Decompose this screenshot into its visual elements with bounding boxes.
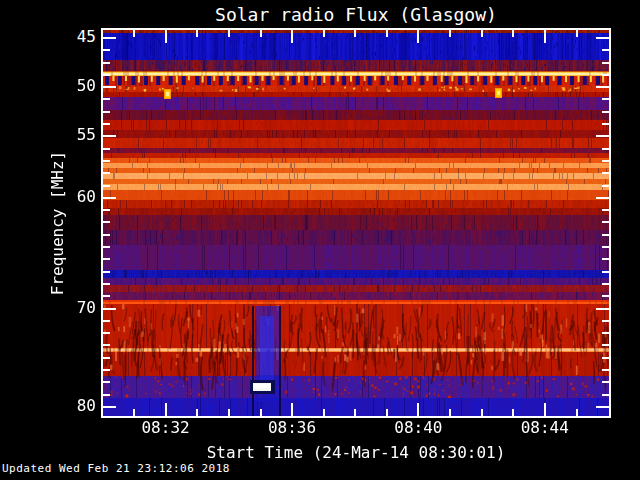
y-tick-label: 55 bbox=[56, 127, 96, 143]
y-axis-label: Frequency [MHz] bbox=[48, 151, 67, 296]
x-tick-label: 08:44 bbox=[505, 420, 585, 436]
y-tick-label: 80 bbox=[56, 398, 96, 414]
y-tick-label: 70 bbox=[56, 300, 96, 316]
x-tick-label: 08:36 bbox=[252, 420, 332, 436]
y-tick-label: 50 bbox=[56, 78, 96, 94]
spectrogram-canvas bbox=[103, 30, 609, 416]
updated-timestamp: Updated Wed Feb 21 23:12:06 2018 bbox=[2, 462, 230, 475]
page-title: Solar radio Flux (Glasgow) bbox=[101, 4, 611, 25]
x-tick-label: 08:32 bbox=[126, 420, 206, 436]
x-axis-label: Start Time (24-Mar-14 08:30:01) bbox=[101, 443, 611, 462]
y-tick-label: 45 bbox=[56, 29, 96, 45]
spectrogram-page: Solar radio Flux (Glasgow) 4550556070800… bbox=[0, 0, 640, 480]
x-tick-label: 08:40 bbox=[378, 420, 458, 436]
